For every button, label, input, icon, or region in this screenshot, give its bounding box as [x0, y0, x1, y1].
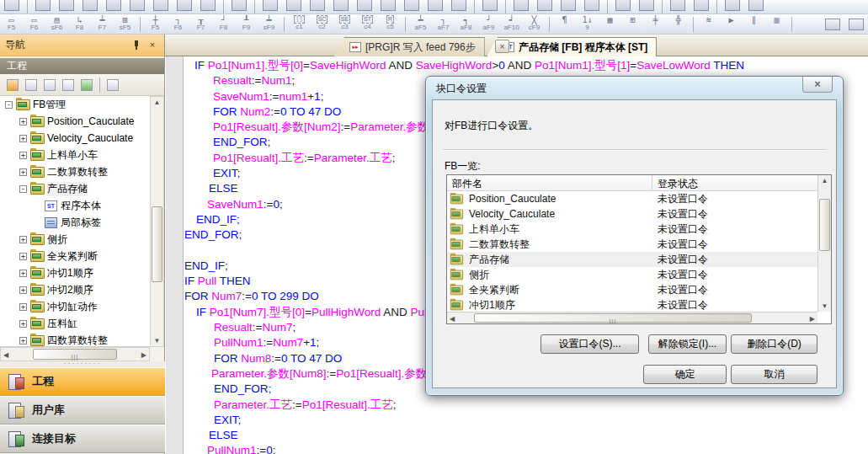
zoom-in-icon[interactable] [722, 0, 743, 13]
inline-st-boxes-c4-icon[interactable]: STc4 [357, 15, 378, 34]
copy-icon[interactable] [23, 77, 40, 93]
expand-icon[interactable]: + [19, 168, 27, 176]
tree-item-全夹紧判断[interactable]: +全夹紧判断 [0, 248, 150, 264]
inline-st-boxes-c1-icon[interactable]: ┆┆c1 [289, 15, 310, 34]
misc-edit-9-icon[interactable]: 1↓9 [577, 15, 598, 34]
tree-item-冲切2顺序[interactable]: +冲切2顺序 [0, 281, 150, 298]
tree-item-局部标签[interactable]: 局部标签 [0, 214, 150, 231]
find-next-icon[interactable] [558, 0, 578, 13]
list-scroll-up-icon[interactable]: ▲ [818, 177, 831, 184]
expand-icon[interactable]: + [19, 320, 27, 328]
misc-edit-╪-icon[interactable]: ╪ [645, 15, 666, 34]
window-6-icon[interactable] [378, 0, 398, 13]
expand-icon[interactable]: + [19, 135, 27, 142]
misc-edit-⊞-icon[interactable]: ⊞ [622, 15, 643, 34]
device-list-icon[interactable] [613, 0, 633, 13]
list-hscroll-thumb[interactable]: ||| [474, 313, 752, 323]
ladder-symbols-1-F5-icon[interactable]: ▭F5 [1, 15, 22, 34]
window-4-icon[interactable] [331, 0, 351, 13]
panel-button-connection[interactable]: 连接目标 [0, 425, 165, 453]
panel-button-user-library[interactable]: 用户库 [0, 396, 165, 425]
ladder-symbols-3-aF7-icon[interactable]: ┐aF7 [433, 15, 454, 34]
nav-close-icon[interactable]: × [146, 39, 159, 51]
list-vertical-scrollbar[interactable]: ▲ ▼ [817, 175, 831, 312]
ladder-symbols-2-F5-icon[interactable]: ┼F5 [145, 15, 166, 34]
tree-item-上料单小车[interactable]: +上料单小车 [0, 147, 150, 163]
build-icon[interactable] [511, 0, 531, 13]
inline-st-boxes-c2-icon[interactable]: SCc2 [312, 15, 333, 34]
tree-scroll-thumb[interactable] [152, 206, 162, 282]
find-prev-icon[interactable] [535, 0, 555, 13]
ladder-symbols-1-F6-icon[interactable]: ▭F6 [24, 15, 45, 34]
program-check-icon[interactable] [480, 0, 500, 13]
ladder-symbols-3-cF9-icon[interactable]: ╳cF9 [524, 15, 545, 34]
misc-edit-▦-icon[interactable]: ▦ [599, 15, 620, 34]
tree-item-Velocity_Cauculate[interactable]: +Velocity_Cauculate [0, 130, 150, 147]
tab-close-button[interactable]: × [495, 40, 509, 53]
ladder-symbols-3-aF8-icon[interactable]: ┑aF8 [455, 15, 477, 34]
line-connect-icon[interactable] [151, 0, 171, 13]
ladder-symbols-1-sF5-icon[interactable]: ⊠sF5 [114, 15, 136, 34]
zoom-out-icon[interactable] [746, 0, 766, 13]
tab-prg-feed[interactable]: ▸▸ [PRG]R 写入 feed 796步 [333, 37, 485, 56]
misc-edit-╬-icon[interactable]: ╬ [668, 15, 689, 34]
monitor-∥-icon[interactable]: ∥ [743, 15, 764, 34]
window-1-icon[interactable] [260, 0, 280, 13]
property-icon[interactable] [60, 77, 77, 93]
fb-list-row-侧折[interactable]: 侧折未设置口令 [447, 267, 817, 282]
refresh-icon[interactable] [78, 77, 95, 93]
list-horizontal-scrollbar[interactable]: ◀ ||| ▶ [447, 312, 817, 323]
fb-list[interactable]: 部件名 登录状态 Position_Cauculate未设置口令Velocity… [446, 174, 832, 324]
tree-scroll-right-icon[interactable]: ▶ [141, 351, 146, 359]
project-section-bar[interactable]: 工程 [0, 58, 164, 74]
ladder-symbols-1-F8-icon[interactable]: ↳F8 [69, 15, 90, 34]
fb-list-row-二数算数转整[interactable]: 二数算数转整未设置口令 [447, 237, 817, 252]
tree-item-压料缸[interactable]: +压料缸 [0, 315, 150, 332]
pane-splitter-handle[interactable]: ········· [0, 361, 165, 367]
window-5-icon[interactable] [354, 0, 375, 13]
column-header-part-name[interactable]: 部件名 [447, 175, 652, 190]
expand-icon[interactable]: + [19, 337, 27, 345]
toolbar-end-icon[interactable] [823, 16, 843, 33]
filter-dropdown-icon[interactable] [104, 77, 121, 93]
new-item-icon[interactable] [4, 77, 21, 93]
tree-scroll-down-icon[interactable]: ▼ [151, 337, 163, 345]
collapse-icon[interactable]: - [19, 185, 27, 193]
tree-item-FB管理[interactable]: -FB管理 [0, 96, 150, 113]
toolbar-end-icon[interactable] [846, 16, 866, 33]
delete-red-icon[interactable] [691, 0, 711, 13]
word-replace-down-icon[interactable] [636, 0, 657, 13]
ladder-symbols-3-aF10-icon[interactable]: ┙aF10 [501, 15, 522, 34]
expand-icon[interactable]: + [19, 253, 27, 260]
list-scroll-left-icon[interactable]: ◀ [450, 315, 455, 323]
inline-st-boxes-c3-icon[interactable]: SEc3 [334, 15, 355, 34]
statement-icon[interactable] [80, 0, 100, 13]
fb-list-row-冲切1顺序[interactable]: 冲切1顺序未设置口令 [447, 297, 817, 312]
fb-list-row-上料单小车[interactable]: 上料单小车未设置口令 [447, 222, 817, 237]
monitor-≋-icon[interactable]: ≋ [698, 15, 719, 34]
tree-item-冲切1顺序[interactable]: +冲切1顺序 [0, 264, 150, 281]
ladder-symbols-2-F7-icon[interactable]: ┰F7 [190, 15, 211, 34]
list-scroll-thumb[interactable] [819, 199, 830, 251]
edit-icon[interactable] [229, 0, 249, 13]
line-delete-icon[interactable] [174, 0, 194, 13]
dialog-button-设置口令S[interactable]: 设置口令(S)... [541, 334, 639, 354]
dialog-close-button[interactable]: × [802, 77, 833, 93]
tree-item-侧折[interactable]: +侧折 [0, 231, 150, 248]
misc-edit-¶-icon[interactable]: ¶ [554, 15, 575, 34]
rung-insert-icon[interactable] [198, 0, 218, 13]
tree-vertical-scrollbar[interactable]: ▲ ▼ [150, 96, 164, 347]
list-scroll-down-icon[interactable]: ▼ [818, 302, 831, 310]
expand-icon[interactable]: + [19, 152, 27, 159]
window-9-icon[interactable] [425, 0, 445, 13]
ladder-symbols-2-F8-icon[interactable]: ┘F8 [213, 15, 234, 34]
cross-reference-icon[interactable] [582, 0, 602, 13]
expand-icon[interactable]: + [19, 118, 27, 126]
ladder-symbols-1-F7-icon[interactable]: ┷F7 [92, 15, 113, 34]
expand-icon[interactable]: + [19, 303, 27, 311]
dialog-button-取消[interactable]: 取消 [731, 365, 817, 384]
fb-list-row-Velocity_Cauculate[interactable]: Velocity_Cauculate未设置口令 [447, 206, 817, 222]
fb-list-row-全夹紧判断[interactable]: 全夹紧判断未设置口令 [447, 282, 817, 297]
tab-product-store-st[interactable]: ST 产品存储 [FB] 程序本体 [ST] [487, 37, 657, 56]
monitor-▶-icon[interactable]: ▶ [721, 15, 742, 34]
